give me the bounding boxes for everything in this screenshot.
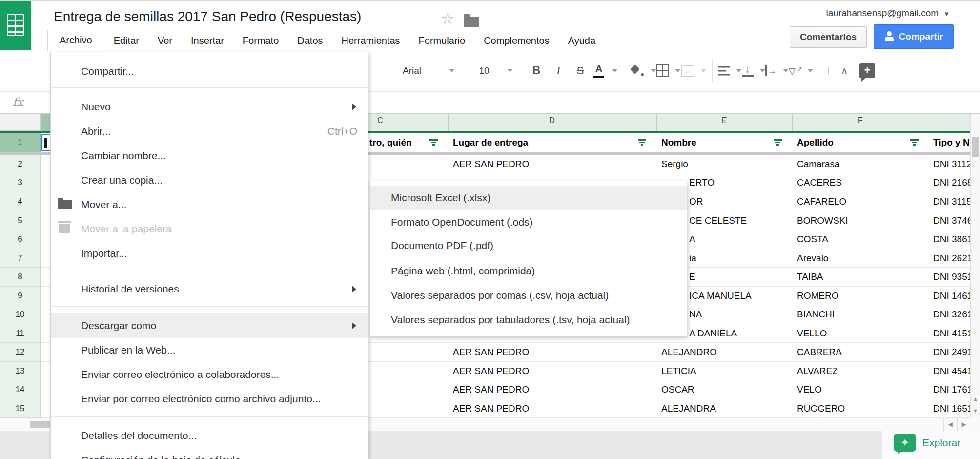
row-number-selected[interactable]: 1	[0, 133, 41, 152]
cell-apellido[interactable]: Arevalo	[797, 249, 828, 267]
row-number[interactable]: 9	[0, 287, 41, 305]
menu-datos[interactable]: Datos	[288, 35, 332, 46]
cell-nombre[interactable]: A	[689, 230, 695, 249]
menu-item-configuracion[interactable]: Configuración de la hoja de cálculo	[51, 448, 368, 459]
row-number[interactable]: 12	[0, 343, 41, 362]
menu-editar[interactable]: Editar	[104, 35, 148, 46]
cell-nombre[interactable]: CE CELESTE	[689, 211, 747, 230]
cell-apellido[interactable]: RUGGERO	[797, 399, 845, 417]
text-color-caret-icon[interactable]	[612, 69, 618, 72]
cell-documento[interactable]: DNI 4541	[933, 362, 970, 380]
cell-documento[interactable]: DNI 9351	[933, 268, 970, 286]
cell-documento[interactable]: DNI 1461	[933, 287, 970, 305]
cell-lugar[interactable]: AER SAN PEDRO	[453, 399, 529, 417]
more-toolbar-icon[interactable]: ∧	[836, 59, 853, 83]
column-header-c[interactable]: C	[377, 116, 383, 125]
cell-nombre[interactable]: ALEJANDRA	[661, 399, 716, 417]
row-number[interactable]: 7	[0, 249, 41, 268]
menu-item-compartir[interactable]: Compartir...	[51, 59, 368, 83]
menu-formato[interactable]: Formato	[233, 35, 288, 46]
header-cell-f1[interactable]: Apellido	[797, 133, 885, 152]
menu-ver[interactable]: Ver	[148, 35, 182, 46]
row-number[interactable]: 2	[0, 155, 41, 173]
borders-icon[interactable]	[656, 64, 669, 77]
text-wrap-caret-icon[interactable]	[783, 69, 789, 72]
header-cell-g1[interactable]: Tipo y N	[933, 133, 970, 152]
bold-button[interactable]: B	[525, 59, 548, 83]
column-header-d[interactable]: D	[549, 116, 555, 125]
filter-icon[interactable]	[638, 139, 646, 146]
header-cell-c1[interactable]: tro, quién	[369, 133, 428, 152]
cell-nombre[interactable]: Sergio	[661, 155, 688, 173]
menu-item-crear-copia[interactable]: Crear una copia...	[51, 168, 368, 192]
submenu-item-xlsx[interactable]: Microsoft Excel (.xlsx)	[370, 186, 687, 210]
cell-documento[interactable]: DNI 1761	[933, 380, 970, 399]
menu-item-nuevo[interactable]: Nuevo	[51, 95, 368, 119]
vertical-scrollbar[interactable]: ▲ ▼	[970, 114, 980, 418]
cell-documento[interactable]: DNI 2491	[933, 343, 970, 361]
menu-insertar[interactable]: Insertar	[182, 35, 233, 46]
font-size-caret-icon[interactable]	[507, 69, 513, 72]
cell-apellido[interactable]: CAFARELO	[797, 192, 846, 211]
strikethrough-button[interactable]: S	[569, 59, 592, 83]
submenu-item-html[interactable]: Página web (.html, comprimida)	[370, 259, 687, 283]
row-number[interactable]: 15	[0, 399, 41, 418]
row-number[interactable]: 11	[0, 324, 41, 343]
sheets-logo[interactable]	[0, 1, 31, 50]
header-cell-d1[interactable]: Lugar de entrega	[453, 133, 599, 152]
fill-color-caret-icon[interactable]	[651, 69, 656, 72]
cell-documento[interactable]: DNI 3115	[933, 192, 970, 211]
comments-button[interactable]: Comentarios	[790, 26, 867, 48]
cell-nombre[interactable]: ia	[689, 249, 696, 267]
star-icon[interactable]: ☆	[441, 10, 454, 28]
cell-apellido[interactable]: VELO	[797, 380, 822, 399]
cell-documento[interactable]: DNI 3861	[933, 230, 970, 249]
cell-documento[interactable]: DNI 2621	[933, 249, 970, 267]
cell-nombre[interactable]: E	[689, 268, 695, 286]
text-rotation-caret-icon[interactable]	[807, 69, 813, 72]
text-color-button[interactable]: A	[592, 59, 606, 83]
cell-nombre[interactable]: A DANIELA	[689, 324, 737, 342]
cell-apellido[interactable]: VELLO	[797, 324, 827, 342]
cell-nombre[interactable]: ERTO	[689, 173, 715, 192]
row-number[interactable]: 5	[0, 211, 41, 230]
submenu-item-csv[interactable]: Valores separados por comas (.csv, hoja …	[370, 283, 687, 308]
cell-apellido[interactable]: COSTA	[797, 230, 828, 249]
cell-apellido[interactable]: TAIBA	[797, 268, 823, 286]
row-number[interactable]: 4	[0, 192, 41, 211]
cell-apellido[interactable]: ROMERO	[797, 287, 839, 305]
horizontal-align-icon[interactable]	[718, 66, 730, 76]
scroll-right-icon[interactable]: ▶	[957, 418, 970, 431]
cell-documento[interactable]: DNI 2168	[933, 173, 970, 192]
menu-item-importar[interactable]: Importar...	[51, 241, 368, 266]
cell-apellido[interactable]: BIANCHI	[797, 305, 835, 324]
cell-nombre[interactable]: ICA MANUELA	[689, 287, 752, 305]
text-wrap-icon[interactable]: →	[765, 65, 777, 76]
cell-documento[interactable]: DNI 3746	[933, 211, 970, 230]
font-family-select[interactable]: Arial	[370, 59, 443, 83]
vertical-align-icon[interactable]: ↓	[742, 65, 754, 77]
cell-apellido[interactable]: Camarasa	[797, 155, 840, 173]
menu-item-publicar-web[interactable]: Publicar en la Web...	[51, 338, 368, 362]
scroll-up-icon[interactable]: ▲	[971, 393, 980, 405]
row-number[interactable]: 3	[0, 173, 41, 192]
scroll-down-icon[interactable]: ▼	[971, 405, 980, 417]
menu-formulario[interactable]: Formulario	[409, 35, 475, 46]
menu-item-historial[interactable]: Historial de versiones	[51, 277, 368, 301]
cell-nombre[interactable]: OR	[689, 192, 703, 211]
menu-item-mover-a[interactable]: Mover a...	[51, 192, 368, 217]
menu-archivo[interactable]: Archivo	[47, 30, 104, 51]
cell-nombre[interactable]: NA	[689, 305, 702, 324]
cell-lugar[interactable]: AER SAN PEDRO	[453, 155, 529, 173]
menu-ayuda[interactable]: Ayuda	[559, 35, 605, 46]
add-comment-icon[interactable]: +	[859, 63, 875, 78]
select-all-corner[interactable]	[0, 114, 41, 131]
menu-item-detalles[interactable]: Detalles del documento...	[51, 423, 368, 448]
submenu-item-pdf[interactable]: Documento PDF (.pdf)	[370, 233, 687, 258]
horizontal-align-caret-icon[interactable]	[736, 69, 742, 72]
move-folder-icon[interactable]	[464, 17, 479, 27]
header-cell-e1[interactable]: Nombre	[661, 133, 749, 152]
scroll-left-icon[interactable]: ◀	[943, 418, 957, 431]
menu-complementos[interactable]: Complementos	[474, 35, 559, 46]
borders-caret-icon[interactable]	[675, 69, 681, 72]
